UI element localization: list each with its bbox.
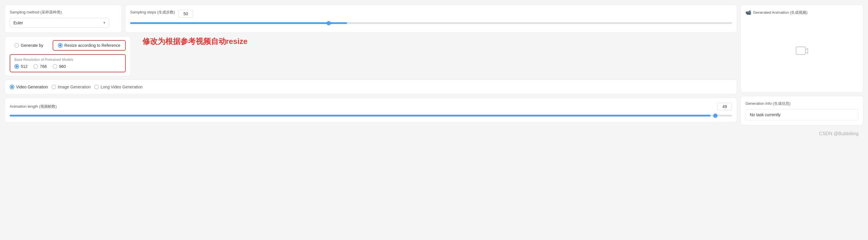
video-generation-label: Video Generation: [16, 85, 48, 89]
resolution-960-radio[interactable]: [53, 64, 57, 69]
animation-length-slider[interactable]: [10, 115, 732, 117]
sampling-steps-slider-container: [130, 20, 732, 25]
bottom-section: Video Generation Image Generation Long V…: [5, 80, 737, 139]
generated-animation-header: 📹 Generated Animation (生成视频): [745, 10, 858, 15]
video-generation-tab[interactable]: Video Generation: [10, 85, 48, 89]
generate-by-option[interactable]: Generate by: [10, 41, 48, 50]
no-task-text: No task currently: [745, 109, 858, 120]
watermark: CSDN @Bubbliiing: [741, 129, 863, 139]
annotation-text: 修改为根据参考视频自动resize: [143, 36, 248, 47]
sampling-steps-slider[interactable]: [130, 22, 732, 24]
resize-reference-label: Resize according to Reference: [64, 43, 120, 48]
resize-controls-wrapper: Generate by Resize according to Referenc…: [5, 36, 131, 76]
resolution-960-label: 960: [59, 64, 66, 69]
animation-length-card: Animation length (视频帧数) 49: [5, 98, 737, 122]
generation-type-row: Video Generation Image Generation Long V…: [10, 85, 732, 89]
image-generation-tab[interactable]: Image Generation: [52, 85, 91, 89]
image-generation-label: Image Generation: [58, 85, 91, 89]
generated-animation-label: Generated Animation (生成视频): [753, 10, 807, 15]
sampling-method-select[interactable]: EulerDDIMDPMLMS: [10, 18, 109, 28]
animation-length-header: Animation length (视频帧数) 49: [10, 103, 732, 110]
resolution-768-label: 768: [40, 64, 46, 69]
sampling-steps-label: Sampling steps (生成步数): [130, 10, 175, 15]
video-camera-icon: 📹: [745, 10, 751, 15]
long-video-generation-tab[interactable]: Long Video Generation: [94, 85, 143, 89]
sampling-method-select-wrapper[interactable]: EulerDDIMDPMLMS ▼: [10, 18, 109, 28]
long-video-generation-radio[interactable]: [94, 85, 99, 89]
generated-animation-card: 📹 Generated Animation (生成视频): [741, 5, 863, 92]
generation-info-card: Generation Info (生成信息) No task currently: [741, 96, 863, 125]
svg-rect-0: [796, 47, 805, 55]
video-placeholder: [745, 19, 858, 88]
resize-reference-radio[interactable]: [58, 43, 63, 48]
animation-length-label: Animation length (视频帧数): [10, 104, 57, 109]
video-generation-radio[interactable]: [10, 85, 14, 89]
long-video-generation-label: Long Video Generation: [101, 85, 143, 89]
generation-type-card: Video Generation Image Generation Long V…: [5, 80, 737, 94]
resolution-512-label: 512: [21, 64, 28, 69]
generation-info-label: Generation Info (生成信息): [745, 101, 858, 106]
resolution-960-option[interactable]: 960: [53, 64, 66, 69]
resolution-512-option[interactable]: 512: [14, 64, 28, 69]
sampling-method-card: Sampling method (采样器种类) EulerDDIMDPMLMS …: [5, 5, 122, 33]
watermark-text: CSDN @Bubbliiing: [819, 131, 859, 136]
resolution-512-radio[interactable]: [14, 64, 19, 69]
animation-length-value: 49: [717, 103, 732, 110]
generate-by-label: Generate by: [21, 43, 43, 48]
annotation-section: 修改为根据参考视频自动resize: [131, 36, 737, 47]
generate-by-resize-row: Generate by Resize according to Referenc…: [10, 40, 126, 51]
base-resolution-box: Base Resolution of Pretrained Models 512…: [10, 54, 126, 72]
resize-section: Generate by Resize according to Referenc…: [5, 36, 737, 76]
resolution-768-radio[interactable]: [33, 64, 38, 69]
image-generation-radio[interactable]: [52, 85, 56, 89]
resolution-768-option[interactable]: 768: [33, 64, 46, 69]
base-resolution-label: Base Resolution of Pretrained Models: [14, 58, 121, 62]
sampling-steps-value: 50: [178, 10, 193, 18]
right-panel: 📹 Generated Animation (生成视频) Generation …: [741, 5, 863, 139]
sampling-method-label: Sampling method (采样器种类): [10, 10, 117, 15]
resize-reference-option[interactable]: Resize according to Reference: [53, 40, 125, 51]
sampling-steps-card: Sampling steps (生成步数) 50: [125, 5, 737, 33]
video-placeholder-icon: [795, 44, 809, 62]
base-resolution-options: 512 768 960: [14, 64, 121, 69]
generate-by-radio[interactable]: [14, 43, 19, 48]
